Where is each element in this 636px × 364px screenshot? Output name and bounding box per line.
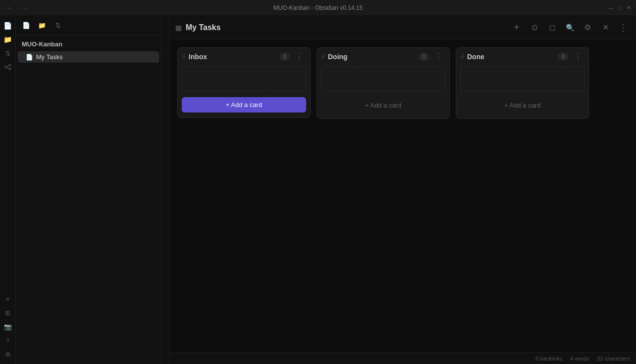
backlinks-status: 0 backlinks	[535, 356, 562, 362]
left-ribbon: 📄 📁 ⇅ ≡ ⊞ 📷 ? ⚙	[0, 16, 16, 364]
column-doing-count: 0	[418, 53, 430, 61]
titlebar-left: ← →	[4, 3, 30, 13]
graph-view-icon[interactable]	[2, 61, 14, 73]
sidebar-content: MUO-Kanban 📄 My Tasks	[16, 36, 161, 364]
card-placeholder	[321, 67, 445, 91]
new-note-button[interactable]: 📄	[20, 19, 33, 32]
close-button[interactable]: ✕	[625, 4, 632, 11]
column-done-cards	[456, 65, 589, 94]
inbox-button[interactable]: ⊙	[527, 21, 541, 35]
column-doing: ⠿ Doing 0 ⋮ + Add a card	[317, 47, 450, 119]
file-item-icon: 📄	[26, 54, 33, 61]
column-inbox-title: Inbox	[189, 53, 276, 61]
camera-icon[interactable]: 📷	[2, 321, 14, 332]
column-done-menu-button[interactable]: ⋮	[572, 53, 584, 61]
blocks-icon[interactable]: ⊞	[2, 307, 14, 319]
svg-line-4	[7, 68, 9, 69]
column-doing-header: ⠿ Doing 0 ⋮	[317, 48, 449, 65]
column-doing-cards	[317, 65, 449, 94]
titlebar: ← → MUO-Kanban - Obsidian v0.14.15 — □ ✕	[0, 0, 636, 16]
note-button[interactable]: ◻	[545, 21, 559, 35]
column-done: ⠿ Done 0 ⋮ + Add a card	[456, 47, 589, 119]
window-title: MUO-Kanban - Obsidian v0.14.15	[274, 4, 363, 11]
forward-button[interactable]: →	[19, 3, 30, 13]
column-done-count: 0	[557, 53, 569, 61]
column-drag-handle[interactable]: ⠿	[182, 53, 186, 60]
column-done-title: Done	[467, 53, 555, 61]
window-controls: — □ ✕	[607, 4, 632, 11]
close-tab-button[interactable]: ✕	[598, 21, 612, 35]
open-folder-icon[interactable]: 📁	[2, 34, 14, 45]
settings-button[interactable]: ⚙	[581, 21, 595, 35]
sidebar-item-my-tasks[interactable]: 📄 My Tasks	[18, 51, 159, 63]
column-done-drag-handle[interactable]: ⠿	[460, 53, 464, 60]
sidebar-collapse[interactable]: ›	[161, 16, 169, 364]
chars-status: 32 characters	[597, 356, 630, 362]
collapse-arrow-icon: ›	[161, 45, 163, 51]
new-file-icon[interactable]: 📄	[2, 20, 14, 32]
minimize-button[interactable]: —	[607, 4, 614, 11]
vault-name: MUO-Kanban	[16, 37, 161, 51]
settings-icon[interactable]: ⚙	[2, 348, 14, 360]
column-inbox-cards	[178, 65, 310, 94]
column-inbox-count: 0	[279, 53, 290, 61]
new-folder-button[interactable]: 📁	[36, 19, 48, 32]
sort-button[interactable]: ⇅	[51, 19, 64, 32]
svg-line-3	[7, 66, 9, 67]
maximize-button[interactable]: □	[616, 4, 623, 11]
column-doing-title: Doing	[328, 53, 415, 61]
card-placeholder	[460, 67, 585, 91]
help-icon[interactable]: ?	[2, 334, 14, 346]
column-doing-menu-button[interactable]: ⋮	[433, 53, 444, 61]
tab-title: My Tasks	[186, 23, 221, 32]
column-done-header: ⠿ Done 0 ⋮	[456, 48, 589, 65]
column-inbox: ⠿ Inbox 0 ⋮ + Add a card	[177, 47, 311, 118]
file-item-label: My Tasks	[36, 53, 63, 61]
tab-bar: ▦ My Tasks + ⊙ ◻ 🔍 ⚙ ✕ ⋮	[169, 16, 636, 39]
database-icon[interactable]: ≡	[2, 293, 14, 305]
sort-icon[interactable]: ⇅	[2, 47, 14, 59]
main-content: ▦ My Tasks + ⊙ ◻ 🔍 ⚙ ✕ ⋮ ⠿ Inbox 0 ⋮	[169, 16, 636, 364]
svg-point-0	[5, 66, 7, 68]
add-card-doing-button[interactable]: + Add a card	[321, 97, 445, 113]
statusbar: 0 backlinks 4 words 32 characters	[169, 352, 636, 364]
tab-bar-actions: + ⊙ ◻ 🔍 ⚙ ✕ ⋮	[510, 21, 630, 35]
sidebar: 📄 📁 ⇅ MUO-Kanban 📄 My Tasks	[16, 16, 161, 364]
back-button[interactable]: ←	[4, 3, 15, 13]
search-button[interactable]: 🔍	[563, 21, 577, 35]
kanban-board: ⠿ Inbox 0 ⋮ + Add a card ⠿ Doing 0 ⋮	[169, 39, 636, 352]
column-inbox-header: ⠿ Inbox 0 ⋮	[178, 48, 310, 65]
tab-kanban-icon: ▦	[175, 24, 182, 32]
column-inbox-menu-button[interactable]: ⋮	[293, 53, 305, 61]
svg-point-1	[9, 64, 11, 66]
add-card-inbox-button[interactable]: + Add a card	[182, 97, 306, 112]
column-doing-drag-handle[interactable]: ⠿	[321, 53, 325, 60]
words-status: 4 words	[570, 356, 590, 362]
add-note-button[interactable]: +	[510, 21, 523, 35]
app-body: 📄 📁 ⇅ ≡ ⊞ 📷 ? ⚙ 📄 📁 ⇅ MUO-Kan	[0, 16, 636, 364]
add-card-done-button[interactable]: + Add a card	[460, 97, 585, 113]
sidebar-toolbar: 📄 📁 ⇅	[16, 16, 161, 36]
more-options-button[interactable]: ⋮	[616, 21, 630, 35]
svg-point-2	[9, 68, 11, 70]
card-placeholder	[182, 67, 306, 91]
